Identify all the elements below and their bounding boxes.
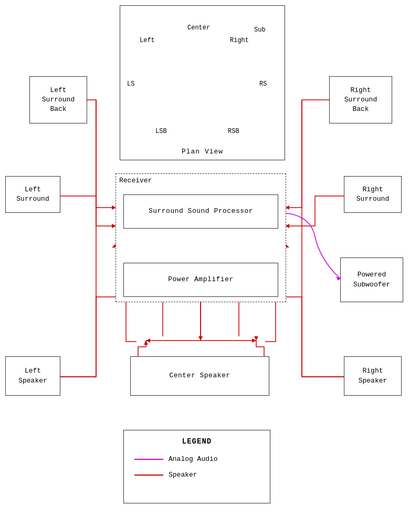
power-amplifier-label: Power Amplifier bbox=[168, 275, 234, 284]
svg-marker-45 bbox=[252, 338, 256, 343]
right-surround-box: Right Surround bbox=[344, 176, 402, 213]
receiver-label: Receiver bbox=[119, 176, 152, 186]
right-speaker-box: Right Speaker bbox=[344, 356, 402, 396]
legend-title: LEGEND bbox=[134, 437, 259, 447]
legend-speaker-label: Speaker bbox=[169, 470, 197, 480]
center-speaker-label: Center Speaker bbox=[169, 371, 230, 380]
left-speaker-box: Left Speaker bbox=[5, 356, 60, 396]
svg-marker-20 bbox=[254, 336, 258, 341]
svg-marker-18 bbox=[144, 341, 148, 345]
svg-marker-23 bbox=[336, 276, 340, 281]
right-speaker-label: Right Speaker bbox=[359, 366, 387, 385]
plan-view-label: Plan View bbox=[182, 147, 223, 157]
right-surround-back-label: Right Surround Back bbox=[344, 86, 377, 115]
right-surround-back-box: Right Surround Back bbox=[329, 76, 392, 123]
plan-left-label: Left bbox=[140, 37, 155, 44]
legend-analog-line bbox=[134, 459, 163, 460]
left-surround-box: Left Surround bbox=[5, 176, 60, 213]
rs-label: RS bbox=[259, 80, 267, 88]
plan-center-label: Center bbox=[187, 24, 210, 32]
surround-processor-label: Surround Sound Processor bbox=[149, 207, 253, 216]
lsb-label: LSB bbox=[155, 128, 167, 135]
plan-sub-label: Sub bbox=[254, 26, 266, 34]
legend-analog-label: Analog Audio bbox=[169, 455, 218, 464]
legend-speaker-line bbox=[134, 475, 163, 476]
surround-processor-box: Surround Sound Processor bbox=[123, 194, 278, 229]
left-surround-back-box: Left Surround Back bbox=[29, 76, 87, 123]
powered-subwoofer-box: Powered Subwoofer bbox=[340, 258, 403, 302]
legend-box: LEGEND Analog Audio Speaker bbox=[123, 430, 270, 503]
diagram: Plan View LS RS LSB RSB Left Center Righ… bbox=[0, 0, 420, 515]
svg-marker-44 bbox=[146, 338, 150, 343]
left-speaker-label: Left Speaker bbox=[18, 366, 47, 385]
rsb-label: RSB bbox=[228, 128, 239, 135]
center-speaker-box: Center Speaker bbox=[130, 356, 269, 396]
svg-marker-19 bbox=[198, 336, 203, 341]
power-amplifier-box: Power Amplifier bbox=[123, 263, 278, 297]
left-surround-label: Left Surround bbox=[16, 185, 49, 204]
left-surround-back-label: Left Surround Back bbox=[42, 86, 75, 115]
plan-right-label: Right bbox=[230, 37, 249, 44]
ls-label: LS bbox=[127, 80, 134, 88]
powered-subwoofer-label: Powered Subwoofer bbox=[353, 270, 390, 289]
right-surround-label: Right Surround bbox=[356, 185, 389, 204]
